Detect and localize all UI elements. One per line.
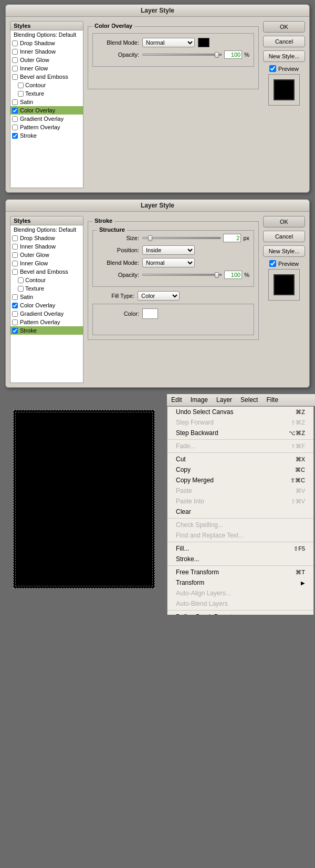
structure-subsection: Structure Size: px Position: Inside — [92, 230, 254, 287]
satin-item-1[interactable]: Satin — [10, 98, 83, 106]
menu-fill[interactable]: Fill...⇧F5 — [167, 543, 313, 554]
color-overlay-section: Color Overlay Color Blend Mode: Normal O… — [88, 26, 259, 89]
color-swatch-stroke[interactable] — [142, 308, 158, 319]
pattern-overlay-check-2[interactable] — [12, 319, 18, 325]
bevel-emboss-item-1[interactable]: Bevel and Emboss — [10, 73, 83, 81]
canvas-document[interactable] — [13, 410, 155, 588]
blend-mode-row-2: Blend Mode: Normal — [97, 258, 249, 267]
inner-shadow-check-2[interactable] — [12, 244, 18, 250]
color-overlay-check-2[interactable] — [12, 303, 18, 308]
menu-cut[interactable]: Cut⌘X — [167, 454, 313, 464]
blend-mode-select-2[interactable]: Normal — [142, 258, 195, 267]
contour-item-2[interactable]: Contour — [10, 276, 83, 284]
blending-options-item-1[interactable]: Blending Options: Default — [10, 30, 83, 39]
drop-shadow-check-2[interactable] — [12, 235, 18, 241]
menu-free-transform[interactable]: Free Transform⌘T — [167, 567, 313, 577]
inner-shadow-item-1[interactable]: Inner Shadow — [10, 47, 83, 56]
menu-copy-merged[interactable]: Copy Merged⇧⌘C — [167, 475, 313, 485]
bevel-emboss-check-1[interactable] — [12, 74, 18, 80]
gradient-overlay-check-2[interactable] — [12, 311, 18, 317]
menu-transform[interactable]: Transform▶ — [167, 577, 313, 588]
position-select[interactable]: Inside Outside Center — [142, 245, 195, 255]
new-style-button-1[interactable]: New Style... — [263, 50, 305, 62]
stroke-check-2[interactable] — [12, 328, 18, 334]
satin-check-2[interactable] — [12, 294, 18, 300]
contour-item-1[interactable]: Contour — [10, 81, 83, 89]
new-style-button-2[interactable]: New Style... — [263, 245, 305, 257]
preview-row-2: Preview — [269, 260, 299, 267]
inner-glow-item-1[interactable]: Inner Glow — [10, 64, 83, 73]
ok-button-2[interactable]: OK — [263, 216, 305, 228]
outer-glow-item-2[interactable]: Outer Glow — [10, 251, 83, 259]
bevel-emboss-item-2[interactable]: Bevel and Emboss — [10, 267, 83, 276]
canvas-background — [0, 394, 168, 604]
inner-glow-check-1[interactable] — [12, 66, 18, 71]
color-overlay-item-1[interactable]: Color Overlay — [10, 106, 83, 115]
styles-list-body-1: Blending Options: Default Drop Shadow In… — [10, 30, 83, 188]
menu-copy[interactable]: Copy⌘C — [167, 464, 313, 475]
menu-step-forward: Step Forward⇧⌘Z — [167, 417, 313, 428]
color-overlay-check-1[interactable] — [12, 108, 18, 113]
color-row-stroke: Color: — [97, 308, 249, 319]
ok-button-1[interactable]: OK — [263, 21, 305, 33]
cancel-button-1[interactable]: Cancel — [263, 36, 305, 47]
menu-bar: Edit Image Layer Select Filte — [167, 394, 315, 406]
color-overlay-item-2[interactable]: Color Overlay — [10, 301, 83, 309]
inner-shadow-check-1[interactable] — [12, 49, 18, 55]
bevel-emboss-check-2[interactable] — [12, 269, 18, 275]
drop-shadow-check-1[interactable] — [12, 40, 18, 46]
opacity-slider-2[interactable]: % — [142, 271, 249, 279]
blending-options-item-2[interactable]: Blending Options: Default — [10, 225, 83, 234]
styles-list-header-1: Styles — [10, 21, 83, 30]
texture-check-2[interactable] — [18, 286, 24, 292]
menu-paste-into: Paste Into⇧⌘V — [167, 496, 313, 507]
drop-shadow-item-2[interactable]: Drop Shadow — [10, 234, 83, 242]
outer-glow-check-1[interactable] — [12, 57, 18, 63]
opacity-input-1[interactable] — [224, 50, 242, 59]
texture-check-1[interactable] — [18, 91, 24, 97]
preview-check-1[interactable] — [269, 65, 276, 72]
contour-check-2[interactable] — [18, 277, 24, 283]
inner-glow-check-2[interactable] — [12, 261, 18, 266]
pattern-overlay-item-1[interactable]: Pattern Overlay — [10, 123, 83, 131]
stroke-check-1[interactable] — [12, 133, 18, 139]
size-slider[interactable]: px — [142, 234, 249, 242]
menu-undo[interactable]: Undo Select Canvas⌘Z — [167, 407, 313, 417]
color-swatch-1[interactable] — [198, 38, 209, 47]
menu-select[interactable]: Select — [236, 395, 262, 405]
satin-check-1[interactable] — [12, 99, 18, 105]
gradient-overlay-item-2[interactable]: Gradient Overlay — [10, 309, 83, 318]
drop-shadow-item-1[interactable]: Drop Shadow — [10, 39, 83, 47]
cancel-button-2[interactable]: Cancel — [263, 231, 305, 242]
stroke-item-1[interactable]: Stroke — [10, 131, 83, 140]
pattern-overlay-check-1[interactable] — [12, 125, 18, 130]
satin-item-2[interactable]: Satin — [10, 293, 83, 301]
menu-image[interactable]: Image — [186, 395, 212, 405]
opacity-slider-1[interactable]: % — [142, 50, 249, 59]
gradient-overlay-check-1[interactable] — [12, 116, 18, 122]
stroke-item-2[interactable]: Stroke — [10, 326, 83, 335]
styles-list-2: Styles Blending Options: Default Drop Sh… — [10, 216, 83, 383]
pattern-overlay-item-2[interactable]: Pattern Overlay — [10, 318, 83, 326]
size-input[interactable] — [223, 234, 241, 242]
inner-shadow-item-2[interactable]: Inner Shadow — [10, 242, 83, 251]
menu-filter[interactable]: Filte — [262, 395, 282, 405]
menu-define-brush[interactable]: Define Brush Preset... — [167, 612, 313, 615]
menu-layer[interactable]: Layer — [212, 395, 236, 405]
opacity-input-2[interactable] — [224, 271, 242, 279]
menu-fade: Fade...⇧⌘F — [167, 441, 313, 451]
menu-edit[interactable]: Edit — [167, 395, 186, 405]
blend-mode-select-1[interactable]: Normal — [142, 38, 195, 47]
menu-stroke[interactable]: Stroke... — [167, 554, 313, 564]
inner-glow-item-2[interactable]: Inner Glow — [10, 259, 83, 267]
outer-glow-check-2[interactable] — [12, 252, 18, 258]
preview-check-2[interactable] — [269, 260, 276, 267]
gradient-overlay-item-1[interactable]: Gradient Overlay — [10, 115, 83, 123]
outer-glow-item-1[interactable]: Outer Glow — [10, 56, 83, 64]
contour-check-1[interactable] — [18, 82, 24, 88]
menu-step-backward[interactable]: Step Backward⌥⌘Z — [167, 428, 313, 438]
menu-clear[interactable]: Clear — [167, 507, 313, 517]
texture-item-1[interactable]: Texture — [10, 89, 83, 98]
texture-item-2[interactable]: Texture — [10, 284, 83, 293]
fill-type-select[interactable]: Color Gradient Pattern — [138, 291, 180, 301]
